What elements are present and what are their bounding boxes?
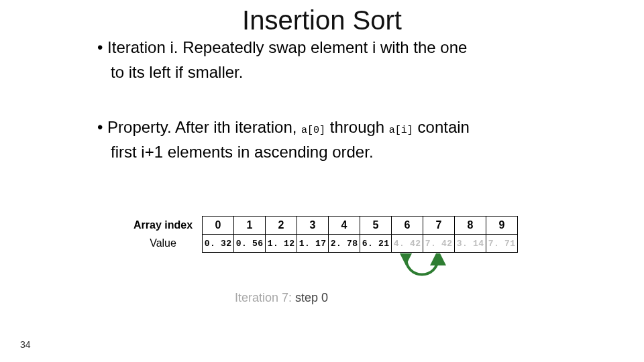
slide: Insertion Sort • Iteration i. Repeatedly… — [0, 0, 644, 362]
idx-cell: 9 — [486, 217, 518, 235]
iteration-label-step: step 0 — [295, 291, 328, 304]
val-cell: 0. 32 — [203, 235, 234, 253]
bullet-2-post: contain — [413, 118, 470, 136]
bullet-2-line-2: first i+1 elements in ascending order. — [97, 142, 567, 162]
val-cell: 0. 56 — [234, 235, 266, 253]
bullet-2-mid: through — [325, 118, 389, 136]
row-value-label: Value — [131, 235, 203, 253]
idx-cell: 4 — [329, 217, 360, 235]
table-row-values: Value 0. 32 0. 56 1. 12 1. 17 2. 78 6. 2… — [131, 235, 518, 253]
bullet-1-line-1: • Iteration i. Repeatedly swap element i… — [97, 38, 567, 57]
idx-cell: 7 — [423, 217, 455, 235]
idx-cell: 6 — [392, 217, 423, 235]
bullet-1-line-2: to its left if smaller. — [97, 62, 567, 82]
iteration-label-prefix: Iteration 7: — [235, 291, 295, 304]
bullet-2-line-1: • Property. After ith iteration, a[0] th… — [97, 117, 567, 137]
val-cell: 1. 17 — [297, 235, 329, 253]
bullet-2-pre: • Property. After ith iteration, — [97, 118, 301, 136]
val-cell: 7. 42 — [423, 235, 455, 253]
val-cell: 3. 14 — [455, 235, 486, 253]
val-cell: 1. 12 — [266, 235, 297, 253]
idx-cell: 1 — [234, 217, 266, 235]
val-cell: 6. 21 — [360, 235, 392, 253]
bullet-list: • Iteration i. Repeatedly swap element i… — [97, 38, 567, 167]
idx-cell: 2 — [266, 217, 297, 235]
row-index-label: Array index — [131, 217, 203, 235]
code-a0: a[0] — [301, 125, 325, 136]
idx-cell: 5 — [360, 217, 392, 235]
val-cell: 2. 78 — [329, 235, 360, 253]
idx-cell: 8 — [455, 217, 486, 235]
val-cell: 4. 42 — [392, 235, 423, 253]
idx-cell: 3 — [297, 217, 329, 235]
page-title: Insertion Sort — [0, 5, 644, 36]
page-number: 34 — [20, 339, 31, 350]
idx-cell: 0 — [203, 217, 234, 235]
code-ai: a[i] — [389, 125, 413, 136]
swap-arrow-icon — [386, 253, 466, 287]
array-table: Array index 0 1 2 3 4 5 6 7 8 9 Value 0.… — [131, 216, 518, 253]
table-row-indices: Array index 0 1 2 3 4 5 6 7 8 9 — [131, 217, 518, 235]
val-cell: 7. 71 — [486, 235, 518, 253]
iteration-label: Iteration 7: step 0 — [235, 291, 328, 305]
